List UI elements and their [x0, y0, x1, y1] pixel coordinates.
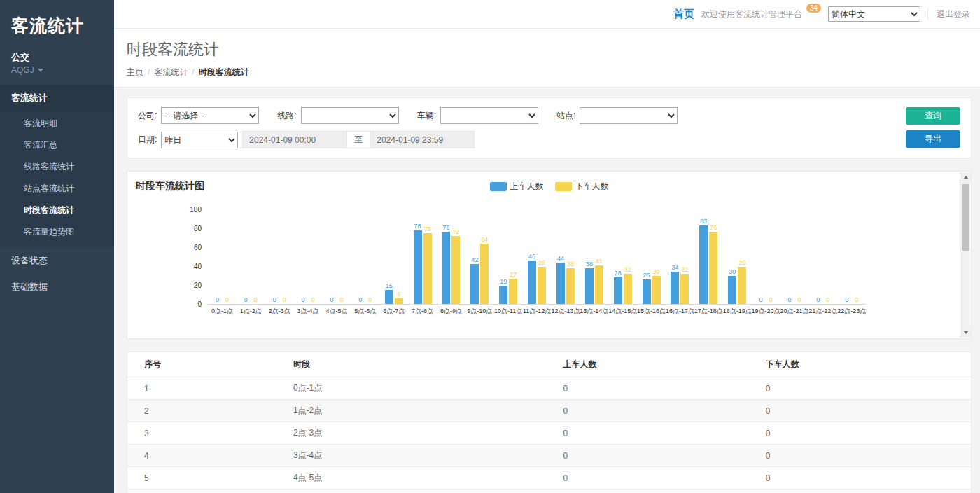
main-area: 首页 欢迎使用客流统计管理平台 34 简体中文 退出登录 时段客流统计 主页 客… [114, 0, 980, 493]
org-selector[interactable]: AQGJ [0, 65, 114, 85]
line-select[interactable] [301, 107, 399, 124]
bar-group: 004点-5点 [323, 210, 351, 304]
x-axis-label: 7点-8点 [412, 307, 433, 316]
table-row: 21点-2点00 [127, 400, 971, 422]
page-heading: 时段客流统计 主页 客流统计 时段客流统计 [114, 29, 980, 88]
query-button[interactable]: 查询 [906, 107, 960, 125]
table-cell: 2点-3点 [288, 422, 558, 445]
language-select[interactable]: 简体中文 [828, 6, 920, 22]
legend-swatch-blue-icon [490, 182, 507, 191]
bar [566, 268, 575, 304]
sidebar-item-passenger-detail[interactable]: 客流明细 [0, 113, 114, 134]
bar-value-label: 34 [671, 264, 678, 271]
scroll-down-icon[interactable] [960, 327, 971, 338]
bar [709, 232, 718, 304]
home-link[interactable]: 首页 [673, 8, 694, 21]
x-axis-label: 20点-21点 [780, 307, 808, 316]
legend-item-boarding[interactable]: 上车人数 [490, 181, 544, 193]
x-axis-label: 16点-17点 [666, 307, 694, 316]
legend-item-alighting[interactable]: 下车人数 [555, 181, 609, 193]
bar-value-label: 78 [414, 223, 421, 230]
date-start-input[interactable] [242, 131, 347, 148]
bar-value-label: 39 [738, 259, 746, 266]
vehicle-select[interactable] [440, 107, 538, 124]
y-axis-tick: 20 [169, 282, 202, 289]
bar [699, 225, 708, 304]
sidebar-nav: 客流统计 客流明细 客流汇总 线路客流统计 站点客流统计 时段客流统计 客流量趋… [0, 85, 114, 300]
bar-value-label: 0 [368, 296, 372, 303]
bar-value-label: 0 [340, 296, 343, 303]
stats-table-card: 序号时段上车人数下车人数 10点-1点0021点-2点0032点-3点0043点… [127, 352, 972, 493]
date-end-input[interactable] [370, 131, 475, 148]
stats-table-head-row: 序号时段上车人数下车人数 [127, 352, 971, 377]
table-row: 10点-1点00 [127, 377, 971, 400]
filter-row-2: 日期: 昨日 至 [138, 131, 960, 148]
table-cell: 5 [127, 467, 288, 489]
bar-value-label: 15 [386, 282, 393, 289]
table-cell: 4点-5点 [288, 467, 558, 489]
app-brand: 客流统计 [0, 0, 114, 40]
logout-link[interactable]: 退出登录 [927, 8, 970, 20]
notification-badge[interactable]: 34 [806, 4, 821, 13]
bar [499, 286, 507, 304]
bar-group: 283214点-15点 [608, 210, 637, 304]
bar [680, 274, 689, 304]
bar-value-label: 30 [729, 268, 736, 275]
sidebar-item-period-stats[interactable]: 时段客流统计 [0, 200, 114, 221]
table-cell: 0点-1点 [288, 377, 558, 400]
sidebar-item-station-stats[interactable]: 站点客流统计 [0, 178, 114, 200]
table-cell: 2 [127, 400, 288, 422]
bar-value-label: 0 [797, 296, 801, 303]
x-axis-label: 10点-11点 [494, 307, 522, 316]
bar-value-label: 0 [244, 296, 248, 303]
sidebar-item-line-stats[interactable]: 线路客流统计 [0, 156, 114, 178]
chart-plot-groups: 000点-1点001点-2点002点-3点003点-4点004点-5点005点-… [208, 210, 866, 305]
bar-value-label: 0 [855, 296, 858, 303]
x-axis-label: 2点-3点 [269, 307, 290, 316]
bar-value-label: 0 [312, 296, 315, 303]
bar [528, 261, 536, 304]
bar-value-label: 32 [624, 266, 631, 273]
table-header-cell: 时段 [288, 352, 558, 377]
table-cell: 0 [760, 400, 971, 422]
sidebar-submenu: 客流明细 客流汇总 线路客流统计 站点客流统计 时段客流统计 客流量趋势图 [0, 111, 114, 247]
scrollbar-thumb[interactable] [962, 184, 969, 251]
bar-value-label: 39 [538, 259, 545, 266]
breadcrumb-passenger-stats[interactable]: 客流统计 [154, 67, 194, 78]
x-axis-label: 6点-7点 [383, 307, 405, 316]
bar [671, 272, 679, 304]
chart-title: 时段车流统计图 [136, 180, 204, 193]
x-axis-label: 9点-10点 [467, 307, 492, 316]
export-button[interactable]: 导出 [906, 130, 960, 148]
sidebar-item-trend-chart[interactable]: 客流量趋势图 [0, 221, 114, 243]
bar [451, 236, 460, 304]
x-axis-label: 18点-19点 [723, 307, 752, 316]
bar-value-label: 0 [358, 296, 362, 303]
sidebar-section-base-data[interactable]: 基础数据 [0, 274, 114, 300]
x-axis-label: 4点-5点 [326, 307, 347, 316]
x-axis-label: 1点-2点 [240, 307, 262, 316]
breadcrumb-home[interactable]: 主页 [127, 67, 150, 78]
bar-value-label: 38 [567, 261, 574, 268]
sidebar-section-device-status[interactable]: 设备状态 [0, 247, 114, 274]
x-axis-label: 3点-4点 [298, 307, 319, 316]
bar-value-label: 72 [452, 228, 459, 235]
sidebar-section-passenger-stats[interactable]: 客流统计 [0, 85, 114, 111]
sidebar-item-passenger-summary[interactable]: 客流汇总 [0, 134, 114, 156]
bar-value-label: 76 [710, 224, 717, 231]
bar-value-label: 0 [760, 296, 763, 303]
bar-value-label: 32 [681, 266, 688, 273]
legend-label-alighting: 下车人数 [575, 181, 609, 193]
chart-scrollbar[interactable] [960, 172, 970, 338]
table-cell: 0 [558, 489, 760, 493]
scroll-up-icon[interactable] [960, 172, 971, 183]
content: 公司: ---请选择--- 线路: 车辆: 站点: 日期: 昨日 [114, 88, 980, 493]
bar-value-label: 0 [826, 296, 830, 303]
date-preset-select[interactable]: 昨日 [161, 132, 238, 148]
company-select[interactable]: ---请选择--- [161, 107, 259, 124]
x-axis-label: 12点-13点 [551, 307, 580, 316]
line-label: 线路: [277, 110, 296, 122]
bar-group: 0020点-21点 [780, 210, 809, 304]
bar-value-label: 46 [528, 253, 536, 260]
station-select[interactable] [580, 107, 678, 124]
